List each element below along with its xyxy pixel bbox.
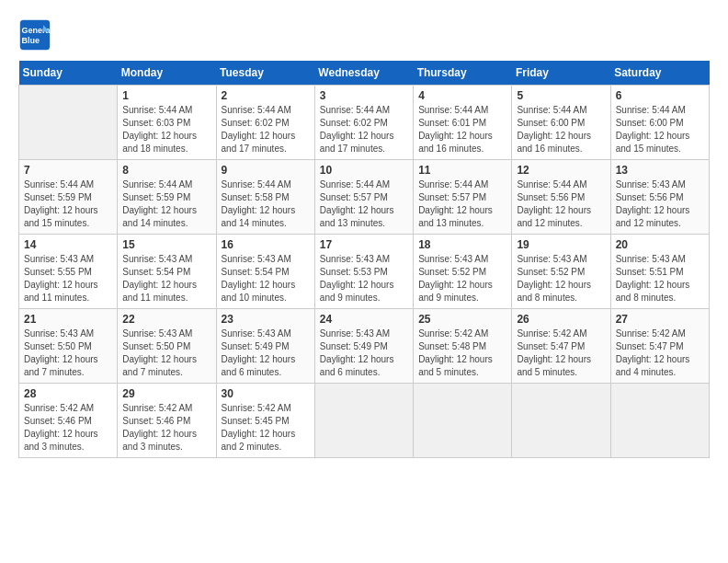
day-number: 8 [122, 164, 210, 177]
day-header-wednesday: Wednesday [314, 61, 413, 86]
day-header-tuesday: Tuesday [216, 61, 314, 86]
day-header-thursday: Thursday [414, 61, 512, 86]
day-header-sunday: Sunday [19, 61, 118, 86]
day-number: 9 [222, 164, 310, 177]
day-info: Sunrise: 5:42 AM Sunset: 5:46 PM Dayligh… [24, 402, 112, 454]
day-info: Sunrise: 5:43 AM Sunset: 5:52 PM Dayligh… [418, 253, 506, 304]
day-number: 5 [517, 89, 605, 102]
day-info: Sunrise: 5:44 AM Sunset: 5:58 PM Dayligh… [222, 178, 310, 230]
day-info: Sunrise: 5:43 AM Sunset: 5:50 PM Dayligh… [122, 327, 210, 379]
calendar-cell: 29Sunrise: 5:42 AM Sunset: 5:46 PM Dayli… [118, 384, 216, 458]
day-number: 27 [616, 313, 704, 326]
day-number: 17 [320, 238, 408, 251]
calendar-cell: 30Sunrise: 5:42 AM Sunset: 5:45 PM Dayli… [216, 384, 314, 458]
calendar-cell: 11Sunrise: 5:44 AM Sunset: 5:57 PM Dayli… [414, 160, 512, 235]
day-number: 6 [616, 89, 704, 102]
day-info: Sunrise: 5:43 AM Sunset: 5:49 PM Dayligh… [222, 327, 310, 379]
calendar-cell: 4Sunrise: 5:44 AM Sunset: 6:01 PM Daylig… [414, 86, 512, 160]
day-number: 29 [122, 387, 210, 400]
calendar-cell: 12Sunrise: 5:44 AM Sunset: 5:56 PM Dayli… [512, 160, 610, 235]
calendar-week-row: 14Sunrise: 5:43 AM Sunset: 5:55 PM Dayli… [19, 235, 710, 309]
day-number: 14 [24, 238, 112, 251]
calendar-cell: 16Sunrise: 5:43 AM Sunset: 5:54 PM Dayli… [216, 235, 314, 309]
day-info: Sunrise: 5:44 AM Sunset: 6:01 PM Dayligh… [418, 104, 506, 155]
calendar-header-row: SundayMondayTuesdayWednesdayThursdayFrid… [19, 61, 710, 86]
calendar-cell: 3Sunrise: 5:44 AM Sunset: 6:02 PM Daylig… [314, 86, 413, 160]
day-number: 19 [517, 238, 605, 251]
day-number: 20 [616, 238, 704, 251]
day-number: 1 [122, 89, 210, 102]
calendar-week-row: 1Sunrise: 5:44 AM Sunset: 6:03 PM Daylig… [19, 86, 710, 160]
calendar-cell: 27Sunrise: 5:42 AM Sunset: 5:47 PM Dayli… [610, 309, 709, 384]
day-number: 3 [320, 89, 408, 102]
calendar-cell: 7Sunrise: 5:44 AM Sunset: 5:59 PM Daylig… [19, 160, 118, 235]
calendar-cell [610, 384, 709, 458]
day-number: 13 [616, 164, 704, 177]
calendar-cell: 28Sunrise: 5:42 AM Sunset: 5:46 PM Dayli… [19, 384, 118, 458]
day-number: 23 [222, 313, 310, 326]
page-header: General Blue [18, 18, 710, 52]
day-number: 25 [418, 313, 506, 326]
day-number: 18 [418, 238, 506, 251]
calendar-cell: 8Sunrise: 5:44 AM Sunset: 5:59 PM Daylig… [118, 160, 216, 235]
calendar-cell [512, 384, 610, 458]
day-info: Sunrise: 5:44 AM Sunset: 6:02 PM Dayligh… [222, 104, 310, 155]
day-info: Sunrise: 5:44 AM Sunset: 5:59 PM Dayligh… [24, 178, 112, 230]
day-info: Sunrise: 5:44 AM Sunset: 5:59 PM Dayligh… [122, 178, 210, 230]
day-number: 12 [517, 164, 605, 177]
calendar-cell: 21Sunrise: 5:43 AM Sunset: 5:50 PM Dayli… [19, 309, 118, 384]
calendar-cell: 23Sunrise: 5:43 AM Sunset: 5:49 PM Dayli… [216, 309, 314, 384]
day-number: 21 [24, 313, 112, 326]
calendar-cell: 18Sunrise: 5:43 AM Sunset: 5:52 PM Dayli… [414, 235, 512, 309]
day-info: Sunrise: 5:42 AM Sunset: 5:48 PM Dayligh… [418, 327, 506, 379]
calendar-cell: 22Sunrise: 5:43 AM Sunset: 5:50 PM Dayli… [118, 309, 216, 384]
day-header-saturday: Saturday [610, 61, 709, 86]
calendar-cell: 1Sunrise: 5:44 AM Sunset: 6:03 PM Daylig… [118, 86, 216, 160]
calendar-cell: 6Sunrise: 5:44 AM Sunset: 6:00 PM Daylig… [610, 86, 709, 160]
calendar-week-row: 28Sunrise: 5:42 AM Sunset: 5:46 PM Dayli… [19, 384, 710, 458]
calendar-cell: 24Sunrise: 5:43 AM Sunset: 5:49 PM Dayli… [314, 309, 413, 384]
day-info: Sunrise: 5:42 AM Sunset: 5:46 PM Dayligh… [122, 402, 210, 454]
calendar-cell: 10Sunrise: 5:44 AM Sunset: 5:57 PM Dayli… [314, 160, 413, 235]
calendar-week-row: 21Sunrise: 5:43 AM Sunset: 5:50 PM Dayli… [19, 309, 710, 384]
day-number: 7 [24, 164, 112, 177]
calendar-cell: 2Sunrise: 5:44 AM Sunset: 6:02 PM Daylig… [216, 86, 314, 160]
day-number: 22 [122, 313, 210, 326]
day-info: Sunrise: 5:43 AM Sunset: 5:54 PM Dayligh… [122, 253, 210, 304]
day-number: 10 [320, 164, 408, 177]
day-info: Sunrise: 5:42 AM Sunset: 5:45 PM Dayligh… [222, 402, 310, 454]
day-number: 26 [517, 313, 605, 326]
calendar-cell: 26Sunrise: 5:42 AM Sunset: 5:47 PM Dayli… [512, 309, 610, 384]
day-number: 4 [418, 89, 506, 102]
day-number: 15 [122, 238, 210, 251]
svg-text:Blue: Blue [22, 36, 40, 45]
day-number: 11 [418, 164, 506, 177]
day-info: Sunrise: 5:44 AM Sunset: 6:00 PM Dayligh… [517, 104, 605, 155]
day-info: Sunrise: 5:43 AM Sunset: 5:53 PM Dayligh… [320, 253, 408, 304]
day-info: Sunrise: 5:42 AM Sunset: 5:47 PM Dayligh… [616, 327, 704, 379]
calendar-cell: 25Sunrise: 5:42 AM Sunset: 5:48 PM Dayli… [414, 309, 512, 384]
day-info: Sunrise: 5:43 AM Sunset: 5:51 PM Dayligh… [616, 253, 704, 304]
calendar-cell [19, 86, 118, 160]
calendar-cell [414, 384, 512, 458]
day-info: Sunrise: 5:43 AM Sunset: 5:52 PM Dayligh… [517, 253, 605, 304]
day-number: 24 [320, 313, 408, 326]
day-number: 2 [222, 89, 310, 102]
logo-icon: General Blue [18, 18, 51, 52]
calendar-cell: 20Sunrise: 5:43 AM Sunset: 5:51 PM Dayli… [610, 235, 709, 309]
calendar-cell: 9Sunrise: 5:44 AM Sunset: 5:58 PM Daylig… [216, 160, 314, 235]
calendar-week-row: 7Sunrise: 5:44 AM Sunset: 5:59 PM Daylig… [19, 160, 710, 235]
day-header-friday: Friday [512, 61, 610, 86]
logo: General Blue [18, 18, 55, 52]
calendar-cell: 15Sunrise: 5:43 AM Sunset: 5:54 PM Dayli… [118, 235, 216, 309]
calendar-cell [314, 384, 413, 458]
calendar-cell: 13Sunrise: 5:43 AM Sunset: 5:56 PM Dayli… [610, 160, 709, 235]
day-info: Sunrise: 5:44 AM Sunset: 6:02 PM Dayligh… [320, 104, 408, 155]
day-info: Sunrise: 5:44 AM Sunset: 6:00 PM Dayligh… [616, 104, 704, 155]
day-number: 28 [24, 387, 112, 400]
day-info: Sunrise: 5:42 AM Sunset: 5:47 PM Dayligh… [517, 327, 605, 379]
calendar-cell: 17Sunrise: 5:43 AM Sunset: 5:53 PM Dayli… [314, 235, 413, 309]
day-info: Sunrise: 5:44 AM Sunset: 6:03 PM Dayligh… [122, 104, 210, 155]
day-header-monday: Monday [118, 61, 216, 86]
calendar-cell: 5Sunrise: 5:44 AM Sunset: 6:00 PM Daylig… [512, 86, 610, 160]
